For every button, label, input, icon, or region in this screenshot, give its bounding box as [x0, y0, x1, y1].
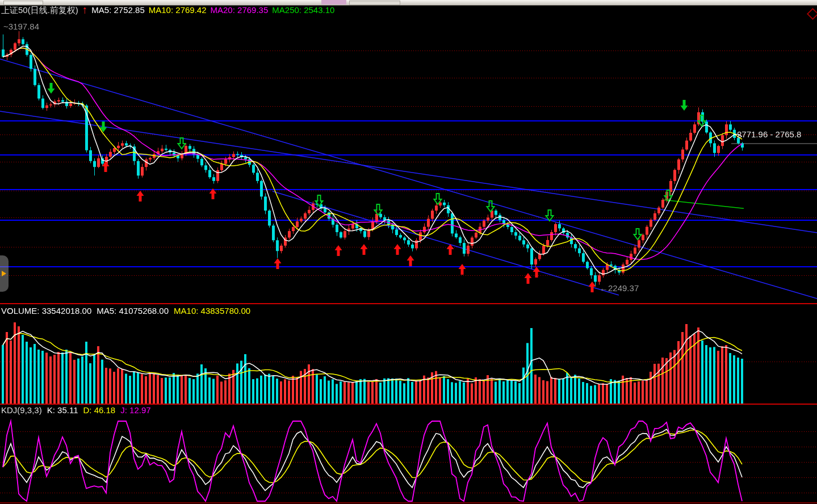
up-arrow-icon: ↑ — [82, 6, 88, 15]
peak-price-annotation: ~3197.84 — [3, 22, 39, 31]
kdj-d-value: D: 46.18 — [83, 405, 116, 415]
chrome-segment — [3, 1, 43, 5]
expand-arrow-icon — [2, 271, 6, 276]
trading-app-window: 上证50(日线.前复权) ↑ MA5: 2752.85 MA10: 2769.4… — [0, 0, 817, 504]
chrome-segment — [349, 1, 400, 5]
chart-canvas[interactable] — [0, 0, 817, 504]
sidebar-expand-handle[interactable] — [0, 255, 9, 292]
ma10-legend: MA10: 2769.42 — [149, 5, 207, 15]
ma5-legend: MA5: 2752.85 — [91, 5, 144, 15]
chart-title: 上证50(日线.前复权) — [1, 5, 78, 15]
last-price-range-label: 2771.96 - 2765.8 — [737, 129, 801, 139]
ma20-legend: MA20: 2769.35 — [211, 5, 269, 15]
chrome-segment-pink — [321, 0, 346, 5]
kdj-label: KDJ(9,3,3) — [1, 405, 42, 415]
low-price-annotation: ←2249.37 — [600, 283, 639, 293]
ma250-legend: MA250: 2543.10 — [272, 5, 334, 15]
kdj-k-value: K: 35.11 — [47, 405, 78, 415]
volume-ma10: MA10: 43835780.00 — [174, 306, 250, 316]
volume-value: VOLUME: 33542018.00 — [1, 306, 91, 316]
volume-legend: VOLUME: 33542018.00 MA5: 41075268.00 MA1… — [1, 306, 250, 316]
window-chrome-bar — [0, 0, 817, 6]
kdj-j-value: J: 12.97 — [120, 405, 150, 415]
volume-ma5: MA5: 41075268.00 — [97, 306, 169, 316]
main-chart-legend: 上证50(日线.前复权) ↑ MA5: 2752.85 MA10: 2769.4… — [1, 5, 334, 15]
kdj-legend: KDJ(9,3,3) K: 35.11 D: 46.18 J: 12.97 — [1, 405, 151, 415]
